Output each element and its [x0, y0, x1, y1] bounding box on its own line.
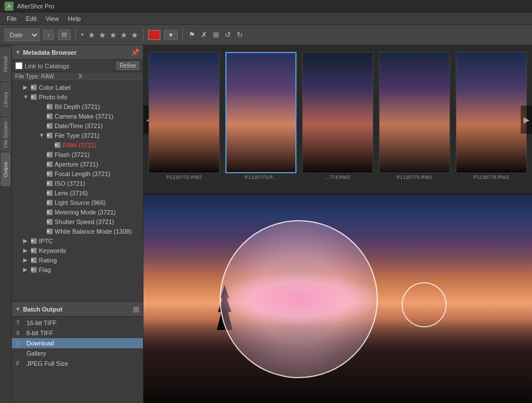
label-metering-mode: Metering Mode (3721) [55, 209, 116, 216]
label-rating: Rating [39, 257, 57, 264]
batch-key-8: 8 [16, 330, 23, 336]
batch-item-gallery[interactable]: Gallery [12, 348, 143, 358]
expander-rating: ▶ [23, 257, 31, 263]
label-aperture: Aperture (3721) [55, 161, 98, 168]
batch-item-download[interactable]: D Download [12, 338, 143, 348]
sort-select[interactable]: Date Name Rating [5, 29, 40, 41]
tree-item-shutter-speed[interactable]: ■ Shutter Speed (3721) [12, 217, 143, 226]
tab-pinned[interactable]: Pinned [1, 47, 11, 81]
expander-photo-info: ▼ [23, 94, 31, 100]
thumb-label-0: P1130772.RW2 [166, 174, 202, 180]
filmstrip-scroll-right[interactable]: ▶ [521, 106, 532, 134]
expander-flag: ▶ [23, 266, 31, 273]
dot-aperture: ■ [47, 161, 53, 167]
filmstrip[interactable]: ◀ P1130772.RW2 P1130773.R... ...774.RW2 … [143, 45, 532, 195]
dot-photo-info: ■ [31, 94, 37, 100]
tree-item-white-balance[interactable]: ■ White Balance Mode (1308) [12, 226, 143, 236]
star-5[interactable]: ★ [131, 30, 138, 40]
batch-collapse-triangle: ▼ [15, 306, 21, 312]
rotate-left-icon[interactable]: ↺ [224, 29, 232, 40]
tree-item-rating[interactable]: ▶ ■ Rating [12, 255, 143, 265]
label-photo-info: Photo Info [39, 94, 67, 100]
star-1[interactable]: ★ [88, 30, 95, 40]
metadata-panel-header[interactable]: ▼ Metadata Browser 📌 [12, 45, 143, 60]
film-thumb-2[interactable]: ...774.RW2 [301, 52, 374, 187]
star-4[interactable]: ★ [120, 30, 128, 40]
tree-item-color-label[interactable]: ▶ ■ Color Label [12, 82, 143, 92]
dot-bit-depth: ■ [47, 104, 53, 109]
color-label-red[interactable] [148, 30, 160, 40]
tree-item-bit-depth[interactable]: ■ Bit Depth (3721) [12, 102, 143, 111]
batch-key-f: F [16, 361, 23, 367]
tree-item-flash[interactable]: ■ Flash (3721) [12, 150, 143, 159]
filter-remove-button[interactable]: X [79, 73, 139, 80]
menu-edit[interactable]: Edit [21, 15, 41, 22]
color-dropdown[interactable]: ▼ [164, 30, 178, 40]
batch-output-header[interactable]: ▼ Batch Output ⊞ [12, 302, 143, 317]
tree-item-raw[interactable]: ■ RAW (3721) [12, 140, 143, 150]
refine-button[interactable]: Refine [116, 62, 139, 70]
film-thumb-3[interactable]: P1130775.RW2 [378, 52, 451, 187]
tree-item-metering-mode[interactable]: ■ Metering Mode (3721) [12, 207, 143, 217]
dot-color-label: ■ [31, 85, 37, 90]
batch-add-button[interactable]: ⊞ [133, 305, 139, 314]
toolbar-separator2 [143, 29, 143, 41]
app-icon: A [5, 2, 14, 11]
batch-item-16bit-tiff[interactable]: T 16-bit TIFF [12, 318, 143, 328]
label-camera-make: Camera Make (3721) [55, 113, 114, 120]
menu-file[interactable]: File [2, 15, 21, 22]
tree-item-iptc[interactable]: ▶ ■ IPTC [12, 236, 143, 246]
film-thumb-4[interactable]: P1130776.RW2 [455, 52, 528, 187]
thumb-image-0 [149, 52, 220, 173]
menubar: File Edit View Help [0, 12, 532, 25]
metadata-panel-title: Metadata Browser [23, 49, 129, 56]
dot-flash: ■ [47, 152, 53, 157]
flag-icon[interactable]: ⚑ [187, 29, 197, 40]
tab-file-system[interactable]: File System [1, 117, 11, 151]
expander-file-type: ▼ [39, 132, 47, 138]
batch-key-t: T [16, 320, 23, 326]
dot-metering-mode: ■ [47, 209, 53, 215]
label-flag: Flag [39, 266, 51, 273]
tree-item-camera-make[interactable]: ■ Camera Make (3721) [12, 111, 143, 121]
main-image-view[interactable] [143, 195, 532, 403]
tree-item-file-type[interactable]: ▼ ■ File Type (3721) [12, 130, 143, 140]
tree-item-aperture[interactable]: ■ Aperture (3721) [12, 159, 143, 169]
batch-key-d: D [16, 340, 23, 347]
tree-item-light-source[interactable]: ■ Light Source (966) [12, 198, 143, 207]
batch-output-panel: ▼ Batch Output ⊞ T 16-bit TIFF 8 8-bit T… [12, 301, 143, 403]
tree-item-flag[interactable]: ▶ ■ Flag [12, 265, 143, 274]
tree-item-iso[interactable]: ■ ISO (3721) [12, 178, 143, 188]
tree-item-datetime[interactable]: ■ Date/Time (3721) [12, 121, 143, 130]
label-shutter-speed: Shutter Speed (3721) [55, 218, 114, 225]
film-thumb-0[interactable]: P1130772.RW2 [147, 52, 221, 187]
rotate-right-icon[interactable]: ↻ [236, 29, 244, 40]
tree-item-focal-length[interactable]: ■ Focal Length (3721) [12, 169, 143, 178]
main-area: Pinned Library File System Output ▼ Meta… [0, 45, 532, 403]
tab-output[interactable]: Output [1, 152, 11, 186]
sort-asc-button[interactable]: ↑ [43, 30, 54, 40]
menu-view[interactable]: View [41, 15, 64, 22]
film-thumb-1[interactable]: P1130773.R... [224, 52, 298, 187]
tab-library[interactable]: Library [1, 82, 11, 116]
label-raw: RAW (3721) [63, 142, 97, 148]
batch-item-jpeg-full[interactable]: F JPEG Full Size [12, 358, 143, 369]
menu-help[interactable]: Help [63, 15, 85, 22]
pin-icon[interactable]: 📌 [131, 49, 139, 56]
tree-item-keywords[interactable]: ▶ ■ Keywords [12, 246, 143, 255]
filter-button[interactable]: ⊟ [58, 29, 71, 40]
tree-item-photo-info[interactable]: ▼ ■ Photo Info [12, 92, 143, 102]
thumb-label-1: P1130773.R... [245, 174, 277, 180]
metadata-tree: ▶ ■ Color Label ▼ ■ Photo Info ■ Bit Dep… [12, 81, 143, 275]
reject-icon[interactable]: ✗ [200, 29, 208, 40]
compare-icon[interactable]: ⊞ [212, 29, 220, 40]
tree-item-lens[interactable]: ■ Lens (3716) [12, 188, 143, 198]
star-3[interactable]: ★ [110, 30, 117, 40]
star-2[interactable]: ★ [99, 30, 106, 40]
link-to-catalogs-label: Link to Catalogs [25, 63, 114, 69]
filter-badge: File Type: RAW X [12, 72, 143, 81]
left-tabs: Pinned Library File System Output [0, 45, 12, 403]
toolbar-separator [75, 29, 76, 41]
batch-item-8bit-tiff[interactable]: 8 8-bit TIFF [12, 328, 143, 338]
link-to-catalogs-checkbox[interactable] [15, 62, 23, 69]
